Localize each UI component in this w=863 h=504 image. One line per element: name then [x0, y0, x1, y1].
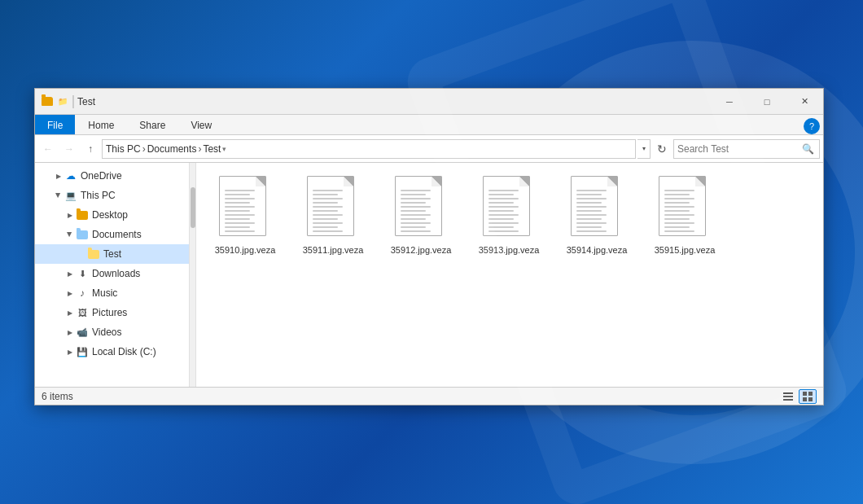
file-name-0: 35910.jpg.veza — [215, 244, 276, 256]
content-area: 35910.jpg.veza — [196, 163, 823, 387]
expand-arrow-videos: ▶ — [64, 327, 76, 338]
breadcrumb-documents[interactable]: Documents — [147, 143, 197, 155]
file-name-5: 35915.jpg.veza — [655, 244, 716, 256]
sidebar-item-videos[interactable]: ▶ 📹 Videos — [35, 322, 189, 342]
sidebar-label-videos: Videos — [92, 327, 121, 338]
sidebar-label-downloads: Downloads — [92, 268, 140, 279]
sidebar-label-desktop: Desktop — [92, 209, 128, 221]
refresh-button[interactable]: ↻ — [652, 139, 672, 159]
sidebar: ▶ ☁ OneDrive ▶ 💻 This PC ▶ Des — [35, 163, 190, 387]
tab-home[interactable]: Home — [76, 115, 126, 134]
address-dropdown-button[interactable]: ▾ — [637, 139, 651, 159]
sidebar-label-onedrive: OneDrive — [81, 170, 122, 182]
videos-icon: 📹 — [76, 326, 89, 339]
expand-arrow-localdisk: ▶ — [64, 346, 76, 357]
svg-rect-1 — [783, 396, 793, 397]
large-icons-view-button[interactable] — [799, 389, 817, 404]
svg-rect-6 — [808, 397, 813, 401]
quick-access-icon: 📁 — [58, 97, 68, 106]
file-item-1[interactable]: 35911.jpg.veza — [292, 171, 374, 261]
expand-arrow-onedrive: ▶ — [53, 170, 64, 182]
main-area: ▶ ☁ OneDrive ▶ 💻 This PC ▶ Des — [35, 163, 823, 387]
file-name-4: 35914.jpg.veza — [567, 244, 628, 256]
file-name-2: 35912.jpg.veza — [391, 244, 452, 256]
onedrive-icon: ☁ — [64, 169, 77, 182]
file-icon-5 — [659, 176, 711, 241]
file-item-4[interactable]: 35914.jpg.veza — [556, 171, 637, 261]
file-icon-1 — [307, 176, 359, 241]
sidebar-item-downloads[interactable]: ▶ ⬇ Downloads — [35, 264, 189, 283]
sidebar-label-documents: Documents — [92, 229, 142, 240]
downloads-icon: ⬇ — [76, 267, 89, 280]
address-breadcrumb[interactable]: This PC › Documents › Test ▾ — [102, 139, 636, 159]
sidebar-item-thispc[interactable]: ▶ 💻 This PC — [35, 186, 189, 205]
back-button[interactable]: ← — [38, 139, 58, 159]
ribbon: File Home Share View ? — [35, 115, 823, 135]
expand-arrow-pictures: ▶ — [64, 307, 76, 318]
divider — [72, 95, 74, 108]
svg-rect-0 — [783, 392, 793, 394]
file-icon-4 — [571, 176, 623, 241]
svg-rect-3 — [803, 392, 807, 396]
file-name-1: 35911.jpg.veza — [303, 244, 364, 256]
file-icon-2 — [395, 176, 447, 241]
sidebar-item-pictures[interactable]: ▶ 🖼 Pictures — [35, 303, 189, 322]
sidebar-label-music: Music — [92, 287, 117, 299]
window-title: Test — [77, 96, 711, 107]
maximize-button[interactable]: □ — [748, 89, 786, 115]
file-icon-3 — [483, 176, 535, 241]
tab-view[interactable]: View — [178, 115, 224, 134]
ribbon-tabs: File Home Share View ? — [35, 115, 823, 134]
sidebar-scrollbar[interactable] — [190, 163, 196, 387]
expand-arrow-downloads: ▶ — [64, 268, 76, 279]
expand-arrow-desktop: ▶ — [64, 209, 76, 221]
tab-share[interactable]: Share — [127, 115, 177, 134]
title-bar: 📁 Test ─ □ ✕ — [35, 89, 823, 115]
forward-button[interactable]: → — [59, 139, 79, 159]
close-button[interactable]: ✕ — [786, 89, 823, 115]
minimize-button[interactable]: ─ — [711, 89, 748, 115]
window-icon — [42, 97, 53, 106]
breadcrumb-test[interactable]: Test — [203, 143, 221, 155]
breadcrumb-dropdown-arrow: ▾ — [222, 145, 226, 153]
file-item-0[interactable]: 35910.jpg.veza — [204, 171, 286, 261]
sidebar-item-desktop[interactable]: ▶ Desktop — [35, 205, 189, 225]
help-button[interactable]: ? — [804, 118, 820, 134]
sidebar-item-test[interactable]: ▶ Test — [35, 244, 189, 264]
breadcrumb-thispc[interactable]: This PC — [106, 143, 141, 155]
details-view-button[interactable] — [779, 389, 797, 404]
sidebar-item-localdisk[interactable]: ▶ 💾 Local Disk (C:) — [35, 342, 189, 362]
svg-rect-2 — [783, 399, 793, 401]
search-box[interactable]: 🔍 — [673, 139, 820, 159]
file-item-2[interactable]: 35912.jpg.veza — [380, 171, 462, 261]
view-controls — [779, 389, 817, 404]
svg-rect-5 — [803, 397, 807, 401]
sidebar-item-music[interactable]: ▶ ♪ Music — [35, 283, 189, 303]
sidebar-label-localdisk: Local Disk (C:) — [92, 346, 156, 357]
item-count: 6 items — [42, 391, 73, 402]
desktop-folder-icon — [76, 208, 89, 221]
window-controls: ─ □ ✕ — [711, 89, 823, 115]
expand-arrow-music: ▶ — [64, 287, 76, 299]
up-button[interactable]: ↑ — [81, 139, 100, 159]
svg-rect-4 — [808, 392, 813, 396]
localdisk-icon: 💾 — [76, 345, 89, 358]
expand-arrow-thispc: ▶ — [53, 190, 64, 201]
search-input[interactable] — [677, 143, 799, 155]
file-item-3[interactable]: 35913.jpg.veza — [468, 171, 550, 261]
file-item-5[interactable]: 35915.jpg.veza — [644, 171, 725, 261]
address-bar: ← → ↑ This PC › Documents › Test ▾ ▾ ↻ 🔍 — [35, 135, 823, 163]
sidebar-item-onedrive[interactable]: ▶ ☁ OneDrive — [35, 166, 189, 186]
music-icon: ♪ — [76, 287, 89, 300]
status-bar: 6 items — [35, 387, 823, 405]
sidebar-scrollbar-thumb — [191, 187, 195, 228]
expand-arrow-documents: ▶ — [64, 229, 76, 240]
sidebar-label-pictures: Pictures — [92, 307, 127, 318]
sidebar-item-documents[interactable]: ▶ Documents — [35, 225, 189, 244]
sidebar-label-thispc: This PC — [81, 190, 116, 201]
search-icon[interactable]: 🔍 — [799, 141, 816, 157]
tab-file[interactable]: File — [35, 115, 75, 134]
pictures-icon: 🖼 — [76, 306, 89, 319]
file-explorer-window: 📁 Test ─ □ ✕ File Home Share View ? — [34, 88, 824, 405]
documents-folder-icon — [76, 228, 89, 241]
